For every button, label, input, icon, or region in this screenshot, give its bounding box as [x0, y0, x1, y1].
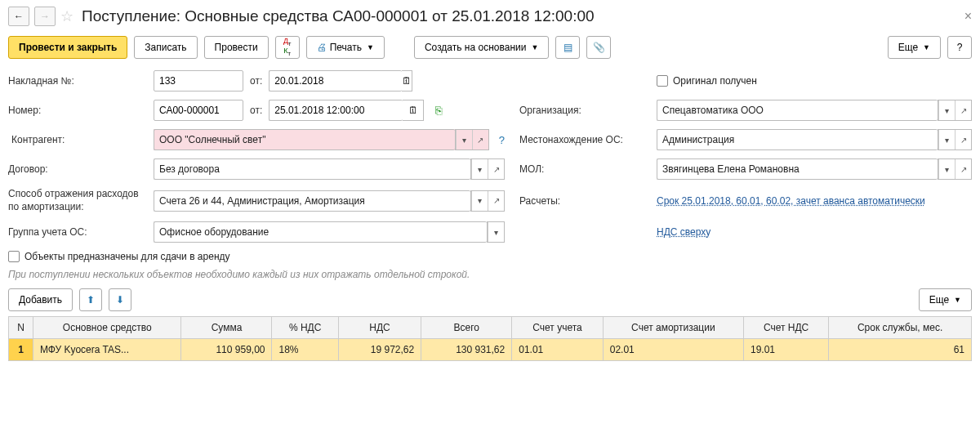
attach-button[interactable]: 📎	[586, 36, 611, 59]
info-note: При поступлении нескольких объектов необ…	[8, 269, 972, 280]
chevron-down-icon: ▼	[923, 43, 930, 51]
col-vat-account[interactable]: Счет НДС	[743, 317, 828, 339]
counterparty-label: Контрагент:	[8, 130, 139, 150]
col-vat-pct[interactable]: % НДС	[272, 317, 338, 339]
dropdown-arrow-icon[interactable]: ▾	[488, 222, 504, 242]
document-icon: ▤	[564, 42, 572, 53]
col-total[interactable]: Всего	[421, 317, 512, 339]
dropdown-arrow-icon[interactable]: ▾	[938, 159, 955, 179]
cell-total[interactable]: 130 931,62	[421, 339, 512, 361]
chevron-down-icon: ▼	[367, 43, 374, 51]
rent-checkbox-label: Объекты предназначены для сдачи в аренду	[24, 251, 230, 262]
calculations-link[interactable]: Срок 25.01.2018, 60.01, 60.02, зачет ава…	[657, 195, 925, 207]
mol-label: МОЛ:	[519, 163, 642, 175]
create-based-button[interactable]: Создать на основании ▼	[414, 36, 549, 59]
number-date-input[interactable]	[269, 100, 403, 121]
counterparty-select[interactable]: ООО "Солнечный свет"	[154, 129, 455, 150]
col-depr-account[interactable]: Счет амортизации	[603, 317, 743, 339]
help-button[interactable]: ?	[947, 36, 972, 59]
invoice-number-input[interactable]	[154, 70, 243, 91]
contract-label: Договор:	[8, 163, 139, 175]
cell-vat-account[interactable]: 19.01	[743, 339, 828, 361]
nav-back-button[interactable]: ←	[8, 7, 29, 26]
print-label: Печать	[330, 42, 362, 53]
number-from-label: от:	[250, 105, 262, 116]
col-lifetime[interactable]: Срок службы, мес.	[829, 317, 972, 339]
cell-amount[interactable]: 110 959,00	[181, 339, 272, 361]
table-header-row: N Основное средство Сумма % НДС НДС Всег…	[9, 317, 972, 339]
counterparty-value: ООО "Солнечный свет"	[159, 134, 265, 145]
favorite-star-icon[interactable]: ☆	[60, 7, 74, 25]
invoice-number-label: Накладная №:	[8, 75, 139, 87]
col-account[interactable]: Счет учета	[512, 317, 604, 339]
dtkt-icon: ДтКт	[283, 38, 292, 57]
dropdown-arrow-icon[interactable]: ▾	[471, 191, 488, 211]
create-based-label: Создать на основании	[425, 42, 527, 53]
open-icon[interactable]: ↗	[955, 159, 971, 179]
contract-select[interactable]: Без договора	[154, 158, 470, 180]
close-icon[interactable]: ×	[964, 9, 972, 24]
method-label: Способ отражения расходов по амортизации…	[8, 188, 139, 213]
more-button[interactable]: Еще ▼	[888, 36, 941, 59]
dropdown-arrow-icon[interactable]: ▾	[471, 159, 488, 179]
location-label: Местонахождение ОС:	[519, 134, 642, 145]
mol-value: Звягинцева Елена Романовна	[662, 163, 800, 175]
group-value: Офисное оборудование	[159, 226, 269, 238]
organization-select[interactable]: Спецавтоматика ООО	[657, 100, 938, 121]
open-icon[interactable]: ↗	[488, 191, 504, 211]
move-down-button[interactable]: ⬇	[109, 288, 131, 311]
calendar-icon[interactable]: 🗓	[402, 70, 412, 91]
cell-vat[interactable]: 19 972,62	[338, 339, 421, 361]
dtkt-button[interactable]: ДтКт	[275, 36, 300, 59]
method-select[interactable]: Счета 26 и 44, Администрация, Амортизаци…	[154, 190, 470, 212]
cell-lifetime[interactable]: 61	[829, 339, 972, 361]
invoice-date-input[interactable]	[269, 70, 402, 91]
group-select[interactable]: Офисное оборудование	[154, 221, 487, 243]
page-title: Поступление: Основные средства СА00-0000…	[82, 7, 595, 25]
dropdown-arrow-icon[interactable]: ▾	[938, 130, 955, 150]
table-row[interactable]: 1 МФУ Kyocera TAS... 110 959,00 18% 19 9…	[9, 339, 972, 361]
cell-asset[interactable]: МФУ Kyocera TAS...	[33, 339, 181, 361]
vat-mode-link[interactable]: НДС сверху	[657, 226, 710, 238]
table-more-button[interactable]: Еще ▼	[919, 288, 972, 311]
cell-depr-account[interactable]: 02.01	[603, 339, 743, 361]
open-icon[interactable]: ↗	[472, 130, 488, 150]
help-icon[interactable]: ?	[499, 134, 505, 146]
cell-n[interactable]: 1	[9, 339, 33, 361]
location-select[interactable]: Администрация	[657, 129, 938, 150]
mol-select[interactable]: Звягинцева Елена Романовна	[657, 158, 938, 180]
print-button[interactable]: 🖨 Печать ▼	[306, 36, 385, 59]
cell-account[interactable]: 01.01	[512, 339, 604, 361]
calendar-icon[interactable]: 🗓	[403, 100, 424, 121]
cell-vat-pct[interactable]: 18%	[272, 339, 338, 361]
col-asset[interactable]: Основное средство	[33, 317, 181, 339]
open-icon[interactable]: ↗	[488, 159, 504, 179]
original-received-checkbox[interactable]	[657, 75, 668, 87]
organization-label: Организация:	[519, 105, 642, 116]
post-button[interactable]: Провести	[204, 36, 269, 59]
post-and-close-button[interactable]: Провести и закрыть	[8, 36, 127, 59]
col-vat[interactable]: НДС	[338, 317, 421, 339]
invoice-from-label: от:	[250, 75, 262, 87]
organization-value: Спецавтоматика ООО	[662, 105, 764, 116]
check-icon[interactable]: ⎘	[435, 104, 442, 117]
open-icon[interactable]: ↗	[955, 100, 971, 120]
number-input[interactable]	[154, 100, 243, 121]
group-label: Группа учета ОС:	[8, 226, 139, 238]
report-button[interactable]: ▤	[555, 36, 580, 59]
move-up-button[interactable]: ⬆	[79, 288, 102, 311]
assets-table: N Основное средство Сумма % НДС НДС Всег…	[8, 316, 972, 361]
location-value: Администрация	[662, 134, 734, 145]
open-icon[interactable]: ↗	[955, 130, 971, 150]
dropdown-arrow-icon[interactable]: ▾	[456, 130, 472, 150]
add-row-button[interactable]: Добавить	[8, 288, 73, 311]
col-n[interactable]: N	[9, 317, 33, 339]
save-button[interactable]: Записать	[134, 36, 197, 59]
original-received-label: Оригинал получен	[673, 75, 757, 87]
nav-forward-button[interactable]: →	[34, 7, 56, 26]
rent-checkbox[interactable]	[8, 251, 20, 262]
dropdown-arrow-icon[interactable]: ▾	[938, 100, 955, 120]
more-label: Еще	[898, 42, 918, 53]
col-amount[interactable]: Сумма	[181, 317, 272, 339]
chevron-down-icon: ▼	[531, 43, 538, 51]
